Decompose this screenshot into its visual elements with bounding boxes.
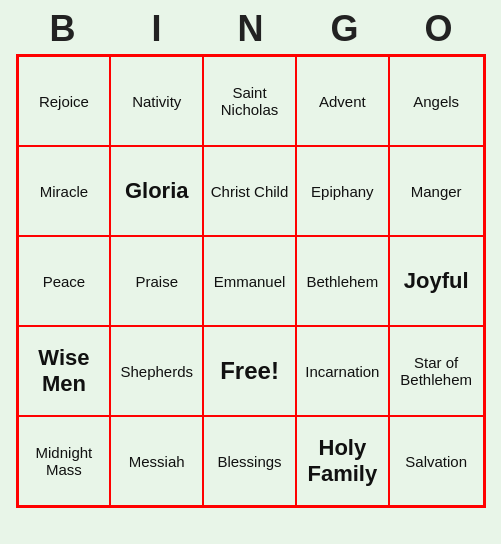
- cell-2-0: Peace: [19, 237, 112, 325]
- cell-4-2: Blessings: [204, 417, 297, 505]
- cell-2-1: Praise: [111, 237, 204, 325]
- letter-n: N: [208, 8, 294, 50]
- letter-g: G: [302, 8, 388, 50]
- row-4: Midnight MassMessiahBlessingsHoly Family…: [19, 417, 483, 505]
- row-1: MiracleGloriaChrist ChildEpiphanyManger: [19, 147, 483, 237]
- cell-1-4: Manger: [390, 147, 483, 235]
- cell-3-1: Shepherds: [111, 327, 204, 415]
- letter-o: O: [396, 8, 482, 50]
- bingo-header: B I N G O: [16, 0, 486, 54]
- cell-0-1: Nativity: [111, 57, 204, 145]
- cell-1-1: Gloria: [111, 147, 204, 235]
- cell-3-3: Incarnation: [297, 327, 390, 415]
- row-0: RejoiceNativitySaint NicholasAdventAngel…: [19, 57, 483, 147]
- cell-0-4: Angels: [390, 57, 483, 145]
- cell-3-4: Star of Bethlehem: [390, 327, 483, 415]
- cell-4-3: Holy Family: [297, 417, 390, 505]
- cell-4-4: Salvation: [390, 417, 483, 505]
- bingo-grid: RejoiceNativitySaint NicholasAdventAngel…: [16, 54, 486, 508]
- cell-3-0: Wise Men: [19, 327, 112, 415]
- row-2: PeacePraiseEmmanuelBethlehemJoyful: [19, 237, 483, 327]
- cell-4-0: Midnight Mass: [19, 417, 112, 505]
- cell-1-0: Miracle: [19, 147, 112, 235]
- cell-2-4: Joyful: [390, 237, 483, 325]
- cell-3-2: Free!: [204, 327, 297, 415]
- cell-2-2: Emmanuel: [204, 237, 297, 325]
- letter-i: I: [114, 8, 200, 50]
- letter-b: B: [20, 8, 106, 50]
- cell-0-0: Rejoice: [19, 57, 112, 145]
- cell-1-3: Epiphany: [297, 147, 390, 235]
- cell-0-3: Advent: [297, 57, 390, 145]
- cell-1-2: Christ Child: [204, 147, 297, 235]
- cell-4-1: Messiah: [111, 417, 204, 505]
- cell-0-2: Saint Nicholas: [204, 57, 297, 145]
- cell-2-3: Bethlehem: [297, 237, 390, 325]
- row-3: Wise MenShepherdsFree!IncarnationStar of…: [19, 327, 483, 417]
